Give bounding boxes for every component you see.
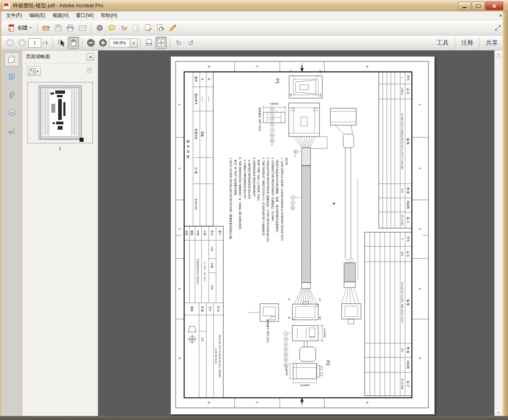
svg-text:1: 1 — [418, 104, 422, 106]
rotate-ccw-icon: ↺ — [188, 40, 193, 46]
svg-text:5: 5 — [271, 119, 273, 120]
pencil-tool-button[interactable] — [167, 22, 178, 34]
open-button[interactable] — [40, 22, 52, 34]
send-file-button[interactable] — [155, 22, 166, 34]
svg-text:12.20REF: 12.20REF — [323, 328, 326, 338]
paperclip-icon — [7, 90, 16, 99]
p2-pin-labels: A37B37 A1B1 — [288, 298, 321, 320]
comment-pane-link[interactable]: 注释 — [455, 38, 479, 48]
svg-text:5.86REF: 5.86REF — [270, 103, 279, 105]
comment-button[interactable] — [106, 22, 118, 34]
svg-text:1/3: 1/3 — [201, 337, 204, 341]
svg-text:28.60REF: 28.60REF — [300, 384, 310, 386]
svg-text:标注" ★ "的尺寸必须重点检验.: 标注" ★ "的尺寸必须重点检验. — [234, 158, 237, 196]
scroll-down-icon: ▼ — [497, 411, 500, 414]
svg-text:6: 6 — [271, 124, 273, 126]
maximize-button[interactable] — [472, 2, 485, 10]
collapse-icon: ◀ — [89, 55, 91, 59]
save-button[interactable] — [52, 22, 64, 34]
svg-text:.X :±0.2 .XX :±0.1: .X :±0.2 .XX :±0.1 — [204, 261, 206, 282]
star-mark: ★ — [332, 202, 336, 205]
svg-text:供应商: 供应商 — [407, 361, 410, 369]
share-pane-link[interactable]: 共享 — [479, 38, 504, 48]
svg-text:胶壳: 胶壳 — [401, 252, 403, 257]
hand-tool-icon — [69, 38, 78, 47]
options-caret-icon: ▾ — [37, 69, 38, 73]
highlight-text-button[interactable]: T — [118, 22, 130, 34]
zoom-out-button[interactable] — [85, 37, 97, 49]
svg-text:页 数: 页 数 — [201, 306, 204, 312]
bookmarks-tab[interactable] — [4, 70, 19, 84]
hand-tool-button[interactable] — [68, 37, 79, 49]
signatures-tab[interactable] — [4, 124, 19, 137]
svg-text:NOTE:: NOTE: — [285, 158, 288, 166]
zoom-level-value[interactable]: 69.9% — [109, 39, 130, 47]
menu-window[interactable]: 窗口(W) — [72, 11, 97, 20]
rotate-clockwise-button[interactable]: ↻ — [173, 37, 184, 49]
svg-text:11: 11 — [285, 354, 287, 356]
svg-text:——: —— — [208, 96, 210, 102]
page-number-input[interactable] — [28, 38, 41, 48]
create-pdf-button[interactable]: 创建 ▾ — [4, 22, 34, 34]
page-thumbnails-tab[interactable] — [4, 52, 19, 66]
svg-text:客户: 客户 — [218, 231, 221, 236]
layers-tab[interactable] — [4, 106, 19, 120]
svg-text:备 注: 备 注 — [406, 381, 410, 387]
thumbnail-image — [39, 86, 82, 140]
attachments-tab[interactable] — [4, 88, 19, 102]
window-title: 样板图纸-模型.pdf - Adobe Acrobat Pro — [13, 2, 103, 9]
select-tool-button[interactable] — [56, 37, 67, 49]
tools-pane-link[interactable]: 工具 — [430, 38, 455, 48]
document-pane[interactable]: 12345 12345 ABCD ABCD — [98, 50, 494, 416]
svg-text:b. CABLE IMPEDANCE:85±10%: b. CABLE IMPEDANCE:85±10% — [244, 158, 246, 199]
thumbnail-options-button[interactable]: ▾ — [27, 66, 41, 76]
next-page-button[interactable] — [17, 37, 28, 49]
thumbnail-page-1[interactable] — [27, 82, 93, 143]
previous-page-button[interactable] — [4, 37, 16, 49]
delete-page-button[interactable] — [130, 22, 142, 34]
menu-help[interactable]: 帮助(H) — [97, 11, 121, 20]
page-up-icon — [6, 38, 15, 47]
menu-view[interactable]: 视图(V) — [49, 11, 72, 20]
close-button[interactable] — [485, 2, 503, 10]
zoom-in-button[interactable] — [97, 37, 109, 49]
svg-text:2: 2 — [418, 168, 422, 170]
svg-text:free: free — [211, 285, 214, 290]
export-pdf-button[interactable] — [143, 22, 154, 34]
scroll-up-button[interactable]: ▲ — [495, 50, 502, 58]
toolbar-expand-button[interactable] — [492, 22, 504, 34]
fit-page-button[interactable] — [155, 37, 167, 49]
svg-text:序号: 序号 — [407, 236, 409, 242]
svg-text:D: D — [207, 401, 211, 404]
print-button[interactable] — [65, 22, 76, 34]
scroll-down-button[interactable]: ▼ — [495, 409, 502, 416]
svg-text:B: B — [300, 401, 304, 403]
thumbnails-panel: 页面缩略图 ◀ ▾ — [22, 50, 98, 416]
svg-text:更改单号: 更改单号 — [194, 93, 197, 105]
title-block: 客户 单位mm比例free 公差.X :±0.2 .XX :±0.1 环保产品符… — [184, 226, 223, 398]
rotate-counterclockwise-button[interactable]: ↺ — [185, 37, 196, 49]
svg-text:1: 1 — [401, 77, 403, 79]
zoom-dropdown-button[interactable]: ▾ — [130, 38, 138, 48]
svg-text:1PC: 1PC — [401, 348, 403, 353]
svg-text:数 量: 数 量 — [407, 347, 409, 353]
svg-text:11: 11 — [271, 134, 273, 136]
fit-width-button[interactable] — [143, 37, 155, 49]
svg-text:品 名: 品 名 — [217, 306, 220, 312]
collapse-panel-button[interactable]: ◀ — [86, 53, 94, 61]
minimize-button[interactable] — [458, 2, 471, 10]
svg-text:数 量: 数 量 — [407, 187, 409, 194]
menu-file[interactable]: 文件(F) — [2, 11, 25, 20]
menu-edit[interactable]: 编辑(E) — [25, 11, 49, 20]
preferences-button[interactable] — [94, 22, 105, 34]
svg-text:13: 13 — [292, 207, 294, 209]
navigation-toolbar: / 1 69.9% ▾ ↻ ↺ 工具 注释 共享 — [0, 36, 508, 50]
svg-text:A: A — [365, 65, 369, 68]
svg-text:7. DUST COVER INSTALLED ON BOT: 7. DUST COVER INSTALLED ON BOTH END. (两端… — [229, 158, 232, 239]
save-icon — [54, 23, 63, 32]
delete-thumbnail-button[interactable] — [86, 67, 93, 76]
thumbnail-resize-handle[interactable] — [80, 138, 84, 142]
svg-text:7: 7 — [285, 333, 287, 334]
vertical-scrollbar[interactable]: ▲ ▼ — [494, 50, 502, 416]
email-button[interactable] — [77, 22, 88, 34]
